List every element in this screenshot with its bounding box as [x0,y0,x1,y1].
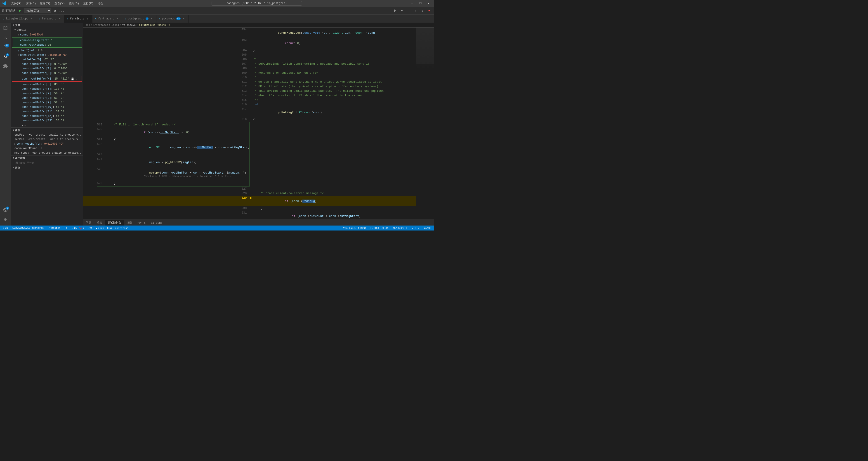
outbuffer-6[interactable]: conn->outBuffer[6]: 112 'p' [11,87,83,91]
step-out-button[interactable]: ↑ [413,8,418,13]
ob4-icons[interactable]: 💾 ✕ [71,78,77,81]
status-debug-count[interactable]: ⚡ 0 [87,227,93,229]
activity-source-control[interactable]: 76 [1,42,10,52]
activity-explorer[interactable] [1,24,10,33]
outbuffer-11[interactable]: conn->outBuffer[11]: 54 '6' [11,110,83,114]
outbuffer-4[interactable]: conn->outBuffer[4] : 15 '\017' 💾 ✕ [13,76,81,81]
watch-header[interactable]: ▼ 监视 [11,128,83,133]
watch-outbuffer[interactable]: ▷ conn->outBuffer: 0x619500 "C" [11,142,83,146]
status-sync[interactable]: ⟳ [65,227,69,229]
status-debug-session[interactable]: ▶ (gdb) 启动 (postgres) [95,226,129,230]
locals-outmsgend[interactable]: conn->outMsgEnd : 16 [13,43,81,47]
menu-edit[interactable]: 编辑(E) [24,1,37,6]
outbuffer-5[interactable]: conn->outBuffer[5]: 83 'S' [11,82,83,87]
minimap[interactable] [416,28,434,219]
outbuffer-13[interactable]: conn->outBuffer[13]: 56 '8' [11,118,83,123]
activity-extensions[interactable] [1,61,10,70]
outbuffer-9[interactable]: conn->outBuffer[9]: 52 '4' [11,100,83,105]
code-editor[interactable]: 494 pqPutMsgBytes(const void *buf, size_… [83,28,416,219]
outbuffer-2[interactable]: conn->outBuffer[2] : 0 '\000' [11,66,83,71]
bottom-tab-problems[interactable]: 问题 [83,220,94,225]
debug-config-dropdown[interactable]: (gdb) 启动 [24,8,51,13]
status-position[interactable]: 行 525，列 51 [370,226,389,230]
menu-run[interactable]: 运行(R) [82,1,95,6]
status-warnings[interactable]: ⚠ 29 🚫 0 [71,227,85,229]
play-button[interactable]: ▶ [17,8,23,13]
status-branch[interactable]: ⎇ master* [47,227,63,229]
tab-close-pqcomm[interactable]: ✕ [182,17,186,21]
tab-pqcomm[interactable]: C pqcomm.c 9+ ✕ [156,15,188,23]
restart-button[interactable]: ↺ [420,8,426,13]
outbuffer-12[interactable]: conn->outBuffer[12]: 55 '7' [11,114,83,118]
locals-outbuffer[interactable]: ▼ conn->outBuffer : 0x619500 "C" [11,53,83,57]
tab-fe-exec[interactable]: C fe-exec.c ✕ [36,15,64,23]
step-into-button[interactable]: ↓ [406,8,412,13]
stop-button[interactable]: ■ [426,8,432,13]
status-indent[interactable]: 制表长度: 4 [392,226,408,230]
line-515: 515 */ [83,98,416,102]
menu-goto[interactable]: 转到(G) [67,1,81,6]
tab-fe-misc[interactable]: C fe-misc.c ✕ [64,15,92,23]
tab-close-fe-trace[interactable]: ✕ [116,17,119,21]
menu-terminal[interactable]: 终端 [96,1,104,6]
continue-button[interactable]: ⏵ [393,8,398,13]
locals-conn[interactable]: ▷ conn : 0x6150a0 [11,33,83,37]
activity-settings[interactable]: ⚙ [1,215,10,224]
outbuffer-3[interactable]: conn->outBuffer[3] : 0 '\000' [11,71,83,75]
watch-outcount[interactable]: conn->outCount: 0 [11,146,83,151]
bottom-tab-ports[interactable]: PORTS [135,220,148,225]
outbuffer-8[interactable]: conn->outBuffer[8]: 51 '3' [11,96,83,100]
settings-icon[interactable]: ⚙ [52,8,58,13]
tab-close-fe-misc[interactable]: ✕ [86,17,90,21]
locals-header[interactable]: ▼ Locals [11,28,83,33]
tab-close-postgres-c[interactable]: ✕ [150,17,153,21]
tab-postgres-c[interactable]: C postgres.c 3 ✕ [122,15,156,23]
step-over-button[interactable]: ↷ [399,8,405,13]
activity-remote[interactable]: 2 [1,205,10,214]
locals-charbuf[interactable]: (char*)buf : 0x0 [11,49,83,53]
linenum-517: 517 [83,107,250,118]
menu-file[interactable]: 文件(F) [10,1,23,6]
status-ssh[interactable]: ⚡ SSH: 192.168.1.16_postgres [2,227,44,229]
status-os[interactable]: Linux [423,227,432,229]
ob0-sep: : [41,58,44,61]
watch-lenpos[interactable]: lenPos: -var-create: unable to create v.… [11,137,83,142]
content-507: * pqPutMsgEnd: finish constructing a mes… [252,62,416,66]
locals-outmsgstart[interactable]: conn->outMsgStart : 1 [13,38,81,43]
bottom-tab-debug-console[interactable]: 调试控制台 [105,220,124,225]
bottom-tab-gitlens[interactable]: GITLENS [148,220,165,225]
tab-close-fe-exec[interactable]: ✕ [58,17,61,21]
ob6-val: 112 'p' [54,88,66,91]
activity-search[interactable] [1,33,10,42]
breadcrumb-libpq[interactable]: libpq [112,24,119,26]
outbuffer-1[interactable]: conn->outBuffer[1] : 0 '\000' [11,62,83,66]
more-icon[interactable]: ... [59,8,65,13]
status-blame[interactable]: Tom Lane, 21年前 [342,226,367,230]
maximize-button[interactable]: □ [417,1,424,6]
activity-debug[interactable]: 1 [1,52,10,61]
gutter-504 [250,49,252,53]
content-528: /* trace client-to-server message */ [252,191,416,196]
close-button[interactable]: ✕ [426,1,432,6]
callstack-header[interactable]: ▼ 调用堆栈 [11,155,83,160]
breadcrumb-function[interactable]: pqPutMsgEnd(PGconn *) [139,24,170,26]
watch-endpos[interactable]: endPos: -var-create: unable to create v.… [11,133,83,137]
menu-view[interactable]: 查看(V) [53,1,66,6]
menu-select[interactable]: 选择(S) [39,1,52,6]
outbuffer-10[interactable]: conn->outBuffer[10]: 53 '5' [11,105,83,110]
status-encoding[interactable]: UTF-8 [411,227,420,229]
bottom-tab-output[interactable]: 输出 [94,220,105,225]
breadcrumb-file[interactable]: fe-misc.c [122,24,135,26]
breadcrumb-src[interactable]: src [86,24,90,26]
outbuffer-0[interactable]: outBuffer[0] : 67 'C' [11,57,83,62]
variables-header[interactable]: ▼ 变量 [11,23,83,28]
watch-msgtype[interactable]: msg_type: -var-create: unable to create.… [11,151,83,155]
tab-close-libpqtest2[interactable]: ✕ [30,17,33,21]
tab-fe-trace[interactable]: C fe-trace.c ✕ [92,15,122,23]
outbuffer-7[interactable]: conn->outBuffer[7]: 50 '2' [11,91,83,96]
bottom-tab-terminal[interactable]: 终端 [124,220,135,225]
minimize-button[interactable]: ─ [409,1,415,6]
breakpoints-header[interactable]: ▶ 断点 [11,165,83,170]
breadcrumb-interfaces[interactable]: interfaces [93,24,108,26]
tab-libpqtest2[interactable]: C libpqtest2.cpp ✕ [0,15,36,23]
